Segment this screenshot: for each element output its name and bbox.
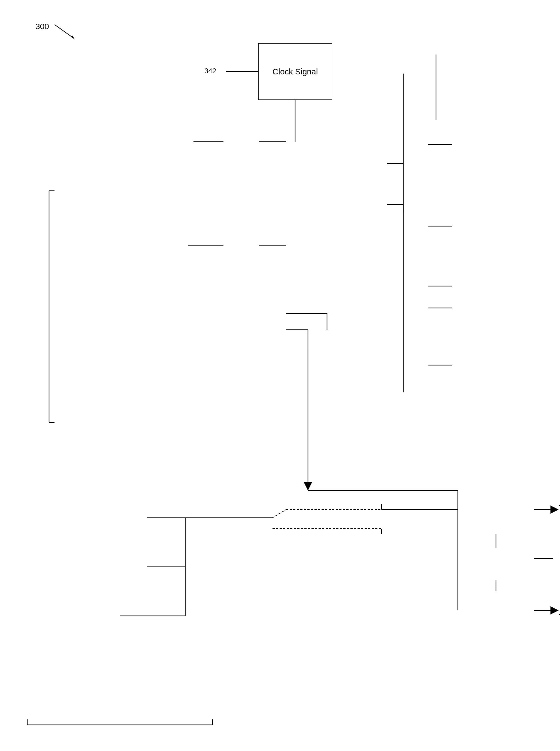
diagram: 300 Clock Signal 342 Backplate 3v 344 os… — [0, 0, 560, 751]
svg-line-60 — [55, 24, 74, 38]
svg-marker-27 — [551, 506, 559, 514]
ref-300: 300 — [36, 22, 49, 31]
svg-marker-30 — [551, 606, 559, 614]
ref-300-arrow — [55, 24, 76, 41]
clock-signal-box: Clock Signal — [258, 43, 332, 100]
svg-line-20 — [273, 510, 286, 518]
ref-342: 342 — [204, 67, 216, 75]
connectors-svg — [0, 0, 560, 751]
svg-marker-61 — [71, 36, 75, 40]
svg-line-52 — [308, 490, 458, 559]
svg-marker-13 — [304, 482, 312, 490]
